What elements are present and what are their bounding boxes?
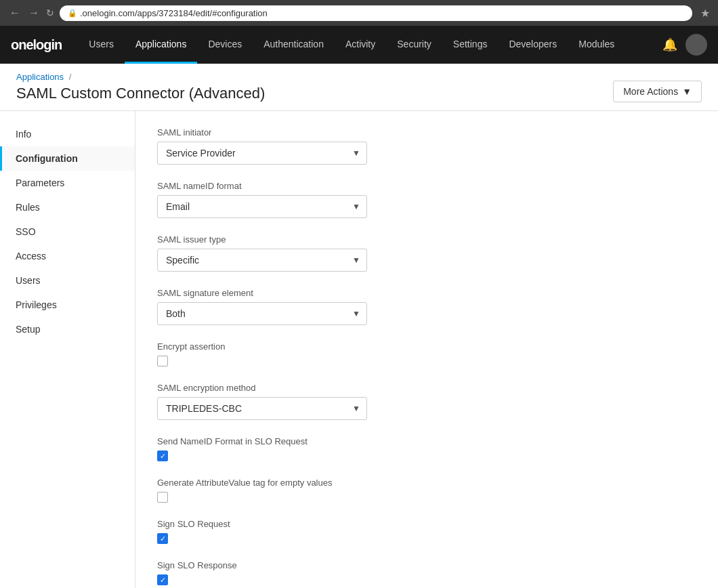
saml-nameid-format-select-wrapper: Email Transient Persistent Unspecified ▼ bbox=[157, 195, 367, 218]
top-nav: onelogin Users Applications Devices Auth… bbox=[0, 26, 718, 64]
sign-slo-request-checkbox[interactable]: ✓ bbox=[157, 533, 168, 544]
breadcrumb-parent[interactable]: Applications bbox=[16, 72, 64, 82]
nav-devices[interactable]: Devices bbox=[197, 26, 253, 64]
sign-slo-response-checkbox[interactable]: ✓ bbox=[157, 574, 168, 585]
generate-attribute-value-label: Generate AttributeValue tag for empty va… bbox=[157, 478, 696, 488]
sidebar-item-parameters[interactable]: Parameters bbox=[0, 171, 135, 195]
saml-encryption-method-select[interactable]: TRIPLEDES-CBC AES-128-CBC AES-192-CBC AE… bbox=[157, 397, 367, 420]
encrypt-assertion-label: Encrypt assertion bbox=[157, 341, 696, 352]
more-actions-button[interactable]: More Actions ▼ bbox=[613, 81, 702, 102]
notifications-icon[interactable]: 🔔 bbox=[662, 37, 677, 52]
logo[interactable]: onelogin bbox=[11, 37, 62, 53]
saml-signature-element-field: SAML signature element Both Assertion Re… bbox=[157, 288, 696, 325]
sidebar-item-configuration[interactable]: Configuration bbox=[0, 146, 135, 171]
saml-issuer-type-select-wrapper: Specific Generic ▼ bbox=[157, 249, 367, 272]
refresh-button[interactable]: ↻ bbox=[46, 7, 54, 18]
saml-signature-element-select[interactable]: Both Assertion Response bbox=[157, 302, 367, 325]
sidebar-item-privileges[interactable]: Privileges bbox=[0, 293, 135, 317]
nav-applications[interactable]: Applications bbox=[125, 26, 198, 64]
nav-settings[interactable]: Settings bbox=[442, 26, 499, 64]
generate-attribute-value-checkbox[interactable] bbox=[157, 492, 168, 503]
sidebar-item-users[interactable]: Users bbox=[0, 268, 135, 293]
sidebar-item-rules[interactable]: Rules bbox=[0, 195, 135, 219]
chevron-down-icon: ▼ bbox=[682, 86, 692, 97]
nav-developers[interactable]: Developers bbox=[498, 26, 568, 64]
saml-nameid-format-label: SAML nameID format bbox=[157, 181, 696, 191]
nav-authentication[interactable]: Authentication bbox=[253, 26, 335, 64]
sign-slo-request-field: Sign SLO Request ✓ bbox=[157, 519, 696, 544]
saml-initiator-select-wrapper: Service Provider OneLogin ▼ bbox=[157, 142, 367, 165]
saml-nameid-format-field: SAML nameID format Email Transient Persi… bbox=[157, 181, 696, 218]
sign-slo-request-row: ✓ bbox=[157, 533, 696, 544]
encrypt-assertion-field: Encrypt assertion bbox=[157, 341, 696, 366]
generate-attribute-value-row bbox=[157, 492, 696, 503]
saml-issuer-type-select[interactable]: Specific Generic bbox=[157, 249, 367, 272]
sidebar: Info Configuration Parameters Rules SSO … bbox=[0, 111, 135, 588]
nav-modules[interactable]: Modules bbox=[568, 26, 625, 64]
browser-chrome: ← → ↻ 🔒 .onelogin.com/apps/3723184/edit/… bbox=[0, 0, 718, 26]
nav-security[interactable]: Security bbox=[386, 26, 442, 64]
generate-attribute-value-field: Generate AttributeValue tag for empty va… bbox=[157, 478, 696, 503]
page-title: SAML Custom Connector (Advanced) bbox=[16, 85, 265, 102]
send-nameid-format-field: Send NameID Format in SLO Request ✓ bbox=[157, 436, 696, 461]
saml-encryption-method-label: SAML encryption method bbox=[157, 383, 696, 393]
forward-button[interactable]: → bbox=[27, 6, 41, 20]
back-button[interactable]: ← bbox=[8, 6, 22, 20]
send-nameid-format-row: ✓ bbox=[157, 450, 696, 461]
sign-slo-response-field: Sign SLO Response ✓ bbox=[157, 560, 696, 585]
saml-encryption-method-select-wrapper: TRIPLEDES-CBC AES-128-CBC AES-192-CBC AE… bbox=[157, 397, 367, 420]
user-avatar[interactable] bbox=[685, 34, 707, 56]
send-nameid-format-label: Send NameID Format in SLO Request bbox=[157, 436, 696, 446]
breadcrumb[interactable]: Applications / bbox=[16, 72, 265, 82]
title-row: Applications / SAML Custom Connector (Ad… bbox=[16, 72, 702, 110]
saml-signature-element-select-wrapper: Both Assertion Response ▼ bbox=[157, 302, 367, 325]
saml-signature-element-label: SAML signature element bbox=[157, 288, 696, 298]
nav-activity[interactable]: Activity bbox=[335, 26, 386, 64]
encrypt-assertion-row bbox=[157, 356, 696, 366]
send-nameid-format-checkbox[interactable]: ✓ bbox=[157, 450, 168, 461]
encrypt-assertion-checkbox[interactable] bbox=[157, 356, 168, 366]
saml-encryption-method-field: SAML encryption method TRIPLEDES-CBC AES… bbox=[157, 383, 696, 420]
saml-issuer-type-label: SAML issuer type bbox=[157, 234, 696, 245]
breadcrumb-separator: / bbox=[69, 72, 72, 82]
url-bar[interactable]: 🔒 .onelogin.com/apps/3723184/edit/#confi… bbox=[60, 5, 692, 21]
saml-initiator-select[interactable]: Service Provider OneLogin bbox=[157, 142, 367, 165]
page-header: Applications / SAML Custom Connector (Ad… bbox=[0, 64, 718, 111]
sign-slo-response-row: ✓ bbox=[157, 574, 696, 585]
sign-slo-response-label: Sign SLO Response bbox=[157, 560, 696, 570]
main-content: SAML initiator Service Provider OneLogin… bbox=[135, 111, 718, 588]
lock-icon: 🔒 bbox=[68, 9, 77, 18]
url-text: .onelogin.com/apps/3723184/edit/#configu… bbox=[80, 8, 268, 18]
title-section: Applications / SAML Custom Connector (Ad… bbox=[16, 72, 265, 102]
nav-right: 🔔 bbox=[662, 34, 707, 56]
saml-issuer-type-field: SAML issuer type Specific Generic ▼ bbox=[157, 234, 696, 272]
nav-users[interactable]: Users bbox=[78, 26, 125, 64]
bookmark-icon[interactable]: ★ bbox=[700, 7, 710, 20]
main-layout: Info Configuration Parameters Rules SSO … bbox=[0, 111, 718, 588]
saml-nameid-format-select[interactable]: Email Transient Persistent Unspecified bbox=[157, 195, 367, 218]
sidebar-item-access[interactable]: Access bbox=[0, 244, 135, 268]
sidebar-item-sso[interactable]: SSO bbox=[0, 219, 135, 244]
sign-slo-request-label: Sign SLO Request bbox=[157, 519, 696, 529]
sidebar-item-setup[interactable]: Setup bbox=[0, 317, 135, 341]
nav-links: Users Applications Devices Authenticatio… bbox=[78, 26, 662, 64]
saml-initiator-label: SAML initiator bbox=[157, 127, 696, 138]
sidebar-item-info[interactable]: Info bbox=[0, 122, 135, 146]
saml-initiator-field: SAML initiator Service Provider OneLogin… bbox=[157, 127, 696, 165]
